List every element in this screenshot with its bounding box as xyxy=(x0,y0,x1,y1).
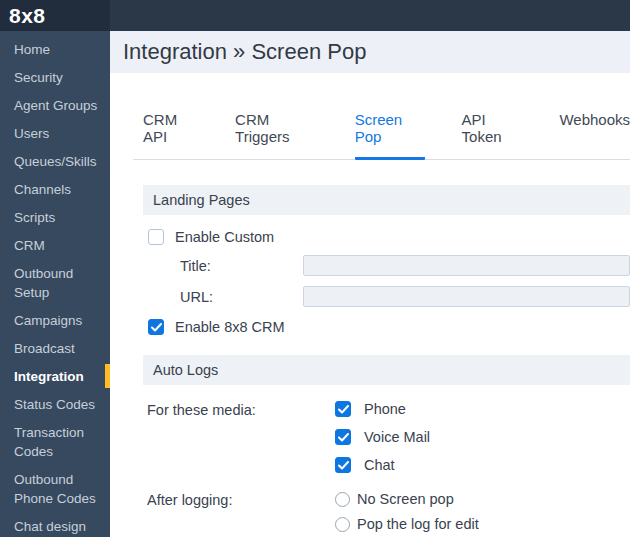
sidebar-item-label: Agent Groups xyxy=(14,98,97,113)
sidebar-item-label: Queues/Skills xyxy=(14,154,97,169)
title-field-row: Title: xyxy=(143,255,630,276)
check-icon xyxy=(151,323,162,332)
chat-label: Chat xyxy=(364,457,395,473)
sidebar-item-label: Users xyxy=(14,126,49,141)
phone-label: Phone xyxy=(364,401,406,417)
enable-crm-label: Enable 8x8 CRM xyxy=(175,319,285,335)
voice-mail-label: Voice Mail xyxy=(364,429,430,445)
no-screen-pop-radio[interactable] xyxy=(335,492,350,507)
check-icon xyxy=(338,461,349,470)
page-title: Integration » Screen Pop xyxy=(123,39,366,65)
sidebar-item-chat-design[interactable]: Chat design xyxy=(0,512,110,537)
sidebar-item-label: Status Codes xyxy=(14,397,95,412)
sidebar-item-label: Security xyxy=(14,70,63,85)
media-option-voice-mail[interactable]: Voice Mail xyxy=(335,429,430,445)
section-header-auto-logs: Auto Logs xyxy=(143,355,630,385)
top-bar: 8x8 xyxy=(0,0,630,31)
enable-custom-checkbox[interactable] xyxy=(148,229,164,245)
media-group-label: For these media: xyxy=(143,401,335,418)
media-options: Phone Voice Mail Chat xyxy=(335,401,430,473)
url-field-label: URL: xyxy=(143,289,303,305)
sidebar-item-label: Home xyxy=(14,42,50,57)
media-option-phone[interactable]: Phone xyxy=(335,401,430,417)
sidebar-item-status-codes[interactable]: Status Codes xyxy=(0,390,110,418)
title-input[interactable] xyxy=(303,255,630,276)
sidebar-item-queues-skills[interactable]: Queues/Skills xyxy=(0,147,110,175)
tab-screen-pop[interactable]: Screen Pop xyxy=(355,111,425,160)
sidebar-item-label: CRM xyxy=(14,238,45,253)
sidebar-item-label: Transaction Codes xyxy=(14,425,84,459)
tab-api-token[interactable]: API Token xyxy=(462,111,523,160)
pop-log-edit-label: Pop the log for edit xyxy=(357,516,479,532)
check-icon xyxy=(338,433,349,442)
radio-dot xyxy=(339,521,346,528)
top-bar-spacer xyxy=(110,0,630,31)
sidebar-item-home[interactable]: Home xyxy=(0,35,110,63)
check-icon xyxy=(338,405,349,414)
after-logging-group: After logging: No Screen pop Pop the log… xyxy=(143,491,630,537)
enable-custom-label: Enable Custom xyxy=(175,229,274,245)
media-option-chat[interactable]: Chat xyxy=(335,457,430,473)
radio-dot xyxy=(339,496,346,503)
url-field-row: URL: xyxy=(143,286,630,307)
chat-checkbox[interactable] xyxy=(335,457,351,473)
tab-crm-triggers[interactable]: CRM Triggers xyxy=(235,111,318,160)
sidebar-item-broadcast[interactable]: Broadcast xyxy=(0,334,110,362)
after-logging-options: No Screen pop Pop the log for edit Pop t… xyxy=(335,491,484,537)
voice-mail-checkbox[interactable] xyxy=(335,429,351,445)
sidebar-item-outbound-setup[interactable]: Outbound Setup xyxy=(0,259,110,306)
tab-crm-api[interactable]: CRM API xyxy=(143,111,198,160)
sidebar-item-outbound-phone-codes[interactable]: Outbound Phone Codes xyxy=(0,465,110,512)
no-screen-pop-label: No Screen pop xyxy=(357,491,454,507)
tab-webhooks[interactable]: Webhooks xyxy=(559,111,630,160)
sidebar-item-users[interactable]: Users xyxy=(0,119,110,147)
phone-checkbox[interactable] xyxy=(335,401,351,417)
sidebar-item-label: Broadcast xyxy=(14,341,75,356)
after-logging-label: After logging: xyxy=(143,491,335,508)
sidebar-item-label: Channels xyxy=(14,182,71,197)
sidebar-item-label: Chat design xyxy=(14,519,86,534)
logo-container[interactable]: 8x8 xyxy=(0,0,110,31)
main-content: Integration » Screen Pop CRM API CRM Tri… xyxy=(110,31,630,537)
url-input[interactable] xyxy=(303,286,630,307)
enable-crm-checkbox[interactable] xyxy=(148,319,164,335)
section-header-landing-pages: Landing Pages xyxy=(143,185,630,215)
title-band: Integration » Screen Pop xyxy=(110,31,630,73)
tab-bar: CRM API CRM Triggers Screen Pop API Toke… xyxy=(133,111,630,160)
radio-option-no-screen-pop[interactable]: No Screen pop xyxy=(335,491,484,507)
sidebar-item-security[interactable]: Security xyxy=(0,63,110,91)
sidebar-item-campaigns[interactable]: Campaigns xyxy=(0,306,110,334)
sidebar-item-scripts[interactable]: Scripts xyxy=(0,203,110,231)
radio-option-pop-log-edit[interactable]: Pop the log for edit xyxy=(335,516,484,532)
app-logo: 8x8 xyxy=(9,4,46,28)
sidebar-item-label: Outbound Setup xyxy=(14,266,73,300)
sidebar-nav: Home Security Agent Groups Users Queues/… xyxy=(0,31,110,537)
sidebar-item-agent-groups[interactable]: Agent Groups xyxy=(0,91,110,119)
sidebar-item-transaction-codes[interactable]: Transaction Codes xyxy=(0,418,110,465)
sidebar-item-crm[interactable]: CRM xyxy=(0,231,110,259)
sidebar-item-integration[interactable]: Integration xyxy=(0,362,110,390)
media-group: For these media: Phone Voice Mail xyxy=(143,401,630,473)
sidebar-item-label: Integration xyxy=(14,369,84,384)
sidebar-item-label: Campaigns xyxy=(14,313,82,328)
enable-custom-row: Enable Custom xyxy=(143,229,630,245)
sidebar-item-channels[interactable]: Channels xyxy=(0,175,110,203)
sidebar-item-label: Outbound Phone Codes xyxy=(14,472,96,506)
enable-crm-row: Enable 8x8 CRM xyxy=(143,319,630,335)
section-title: Auto Logs xyxy=(153,362,218,378)
pop-log-edit-radio[interactable] xyxy=(335,517,350,532)
section-title: Landing Pages xyxy=(153,192,250,208)
title-field-label: Title: xyxy=(143,258,303,274)
sidebar-item-label: Scripts xyxy=(14,210,55,225)
